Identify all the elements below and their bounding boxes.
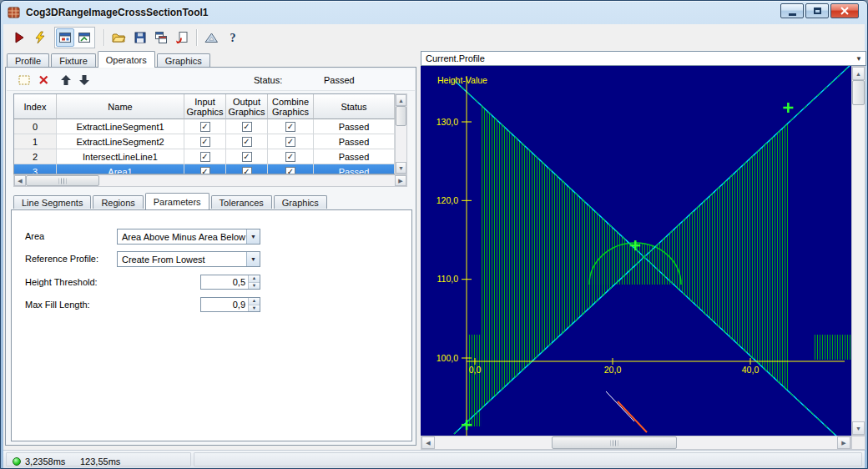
- profile-display[interactable]: 130,0120,0110,0100,00,020,040,0 Height-V…: [421, 66, 851, 436]
- column-header[interactable]: Output Graphics: [226, 94, 268, 119]
- subtab-parameters[interactable]: Parameters: [145, 193, 209, 209]
- scroll-right-icon[interactable]: ▶: [395, 175, 406, 186]
- scrollbar-thumb[interactable]: [396, 106, 406, 126]
- record-selector-dropdown[interactable]: Current.Profile ▼: [421, 51, 866, 66]
- scrollbar-thumb[interactable]: [552, 436, 677, 449]
- graphics-checkbox[interactable]: ✓: [200, 152, 210, 162]
- grid-cell: 3: [14, 164, 57, 174]
- move-up-button[interactable]: [57, 71, 74, 88]
- parameters-page: Area Area Above Minus Area Below ▼ Refer…: [11, 209, 412, 441]
- max-fill-length-input[interactable]: 0,9 ▲▼: [200, 297, 260, 312]
- grid-cell: Passed: [314, 149, 395, 164]
- tab-fixture[interactable]: Fixture: [51, 53, 96, 67]
- column-header[interactable]: Index: [14, 94, 57, 119]
- graphics-checkbox[interactable]: ✓: [242, 152, 252, 162]
- grid-cell: 1: [14, 134, 57, 149]
- tab-operators[interactable]: Operators: [98, 51, 155, 68]
- graphics-checkbox[interactable]: ✓: [285, 137, 295, 147]
- subtab-tolerances[interactable]: Tolerances: [211, 195, 272, 209]
- grid-cell: ✓: [268, 119, 314, 134]
- grid-horizontal-scrollbar[interactable]: ◀ ▶: [13, 174, 407, 187]
- scrollbar-thumb[interactable]: [26, 175, 99, 186]
- subtab-regions[interactable]: Regions: [93, 195, 143, 209]
- max-fill-length-label: Max Fill Length:: [25, 297, 90, 313]
- operator-row[interactable]: 3Area1✓✓✓Passed: [14, 164, 395, 174]
- import-button[interactable]: [172, 28, 191, 47]
- x-tick-label: 20,0: [604, 365, 622, 375]
- spin-up-icon[interactable]: ▲: [249, 275, 260, 283]
- area-fill-left-edge: [468, 335, 482, 426]
- spin-down-icon[interactable]: ▼: [249, 283, 260, 290]
- scroll-right-icon[interactable]: ▶: [837, 436, 850, 449]
- tab-profile[interactable]: Profile: [7, 53, 49, 67]
- profile-chart: 130,0120,0110,0100,00,020,040,0 Height-V…: [421, 66, 851, 436]
- image-display-toggle-button[interactable]: [56, 28, 74, 47]
- scrollbar-track[interactable]: [435, 436, 552, 449]
- height-threshold-input[interactable]: 0,5 ▲▼: [200, 275, 260, 290]
- toolbar-separator: [196, 29, 197, 46]
- chevron-down-icon[interactable]: ▼: [852, 52, 865, 65]
- delete-operator-button[interactable]: [35, 71, 53, 88]
- display-vertical-scrollbar[interactable]: ▲ ▼: [851, 66, 865, 436]
- graphics-checkbox[interactable]: ✓: [200, 167, 210, 174]
- grid-vertical-scrollbar[interactable]: ▲ ▼: [395, 93, 407, 174]
- operator-row[interactable]: 1ExtractLineSegment2✓✓✓Passed: [14, 134, 395, 149]
- run-button[interactable]: [9, 28, 28, 47]
- graphics-checkbox[interactable]: ✓: [285, 152, 295, 162]
- graphics-checkbox[interactable]: ✓: [242, 122, 252, 132]
- graphics-checkbox[interactable]: ✓: [200, 122, 210, 132]
- graphics-display-toggle-button[interactable]: [75, 28, 93, 47]
- grid-cell: ✓: [268, 134, 314, 149]
- reference-profile-dropdown[interactable]: Create From Lowest ▼: [117, 251, 260, 267]
- graphics-checkbox[interactable]: ✓: [242, 137, 252, 147]
- subtab-graphics[interactable]: Graphics: [274, 195, 327, 209]
- close-icon: [840, 7, 849, 15]
- reference-profile-label: Reference Profile:: [25, 251, 98, 267]
- spin-up-icon[interactable]: ▲: [249, 298, 260, 305]
- open-button[interactable]: [109, 28, 129, 47]
- help-icon: ?: [227, 31, 239, 44]
- chevron-down-icon[interactable]: ▼: [246, 229, 260, 244]
- graphics-checkbox[interactable]: ✓: [285, 167, 295, 174]
- graphics-checkbox[interactable]: ✓: [285, 122, 295, 132]
- scroll-left-icon[interactable]: ◀: [14, 175, 26, 186]
- scrollbar-thumb[interactable]: [852, 80, 865, 105]
- title-bar[interactable]: Cog3DRangeImageCrossSectionTool1: [1, 1, 867, 24]
- scroll-up-icon[interactable]: ▲: [852, 67, 865, 80]
- subtab-line-segments[interactable]: Line Segments: [13, 195, 91, 209]
- trigger-button[interactable]: [30, 28, 49, 47]
- operator-row[interactable]: 2IntersectLineLine1✓✓✓Passed: [14, 149, 395, 164]
- column-header[interactable]: Status: [314, 94, 395, 119]
- move-down-button[interactable]: [75, 71, 93, 88]
- scroll-down-icon[interactable]: ▼: [852, 421, 865, 435]
- display-horizontal-scrollbar[interactable]: ◀ ▶: [421, 436, 851, 450]
- tab-graphics[interactable]: Graphics: [157, 53, 210, 67]
- maximize-button[interactable]: [805, 3, 829, 18]
- operator-row[interactable]: 0ExtractLineSegment1✓✓✓Passed: [14, 119, 395, 134]
- save-button[interactable]: [130, 28, 149, 47]
- spin-down-icon[interactable]: ▼: [249, 305, 260, 312]
- minimize-button[interactable]: [780, 3, 804, 18]
- column-header[interactable]: Combine Graphics: [268, 94, 314, 119]
- graphics-checkbox[interactable]: ✓: [242, 167, 252, 174]
- scroll-left-icon[interactable]: ◀: [421, 436, 435, 449]
- help-button[interactable]: ?: [223, 28, 242, 47]
- new-operator-button[interactable]: [15, 71, 33, 88]
- column-header[interactable]: Input Graphics: [184, 94, 226, 119]
- scrollbar-track[interactable]: [677, 436, 837, 449]
- close-button[interactable]: [830, 3, 859, 18]
- measure-button[interactable]: [202, 28, 221, 47]
- scroll-down-icon[interactable]: ▼: [396, 162, 406, 174]
- scrollbar-track[interactable]: [852, 105, 865, 421]
- displays-button[interactable]: [151, 28, 170, 47]
- scrollbar-track[interactable]: [396, 126, 406, 162]
- grid-cell: Passed: [314, 164, 395, 174]
- status-bar: 3,2358ms 123,55ms: [3, 450, 865, 468]
- open-folder-icon: [112, 31, 126, 44]
- chevron-down-icon[interactable]: ▼: [246, 252, 260, 266]
- area-dropdown[interactable]: Area Above Minus Area Below ▼: [117, 229, 260, 245]
- scroll-up-icon[interactable]: ▲: [396, 94, 406, 106]
- scrollbar-track[interactable]: [99, 175, 395, 186]
- graphics-checkbox[interactable]: ✓: [200, 137, 210, 147]
- column-header[interactable]: Name: [57, 94, 184, 119]
